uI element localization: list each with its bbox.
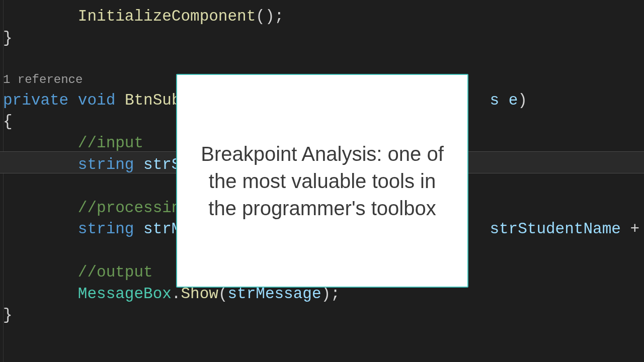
method-call: InitializeComponent	[78, 8, 256, 25]
brace-open: {	[3, 113, 13, 130]
keyword-void: void	[78, 92, 115, 109]
method-name: BtnSub	[125, 92, 181, 109]
comment-processing: //processing	[78, 199, 190, 217]
comment-input: //input	[78, 134, 143, 152]
operator-plus: +	[621, 220, 644, 238]
brace-close: }	[3, 29, 13, 47]
paren: ();	[256, 8, 284, 25]
keyword-string: string	[78, 156, 134, 173]
keyword-string: string	[78, 220, 134, 238]
type-messagebox: MessageBox	[78, 285, 172, 303]
code-text	[3, 8, 78, 25]
param-tail: s	[490, 92, 499, 109]
brace-close: }	[3, 306, 13, 324]
comment-output: //output	[78, 263, 153, 281]
var-student-name: strStudentName	[490, 220, 620, 238]
overlay-text: Breakpoint Analysis: one of the most val…	[195, 140, 450, 222]
overlay-card: Breakpoint Analysis: one of the most val…	[176, 74, 468, 288]
keyword-private: private	[3, 92, 68, 109]
